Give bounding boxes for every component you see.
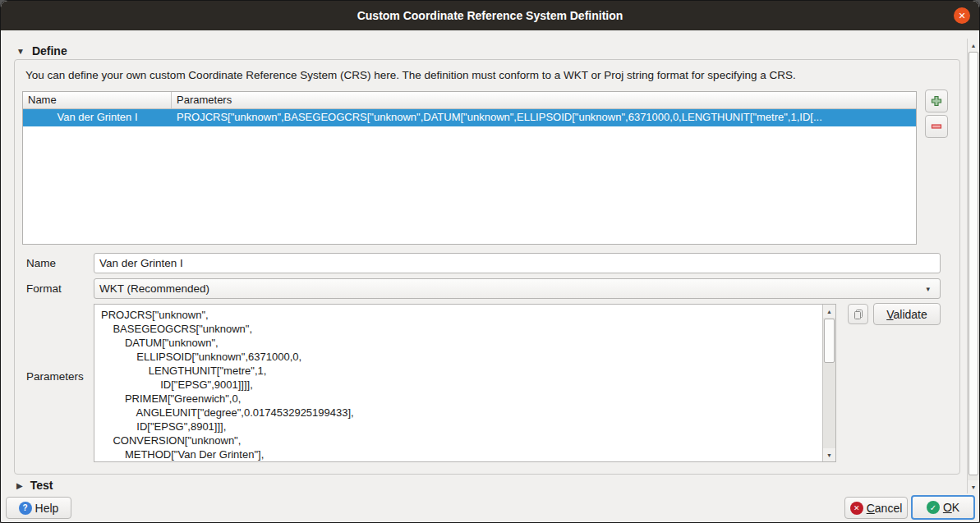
- custom-crs-dialog: Custom Coordinate Reference System Defin…: [0, 0, 980, 523]
- test-section-label: Test: [30, 479, 53, 492]
- cancel-icon: ✕: [850, 502, 863, 515]
- crs-row-parameters[interactable]: PROJCRS["unknown",BASEGEOGCRS["unknown",…: [172, 109, 916, 126]
- crs-table[interactable]: Name Parameters Van der Grinten I PROJCR…: [22, 91, 917, 245]
- scroll-down-icon[interactable]: ▼: [823, 448, 835, 461]
- minus-icon: [930, 120, 943, 133]
- define-section-label: Define: [32, 44, 67, 57]
- table-row[interactable]: Van der Grinten I PROJCRS["unknown",BASE…: [23, 109, 916, 126]
- plus-icon: [930, 94, 943, 108]
- help-icon: ?: [19, 502, 32, 515]
- collapse-arrow-icon[interactable]: ▼: [16, 47, 25, 56]
- parameters-scrollbar[interactable]: ▲ ▼: [822, 305, 835, 461]
- help-button-label: Help: [35, 502, 59, 515]
- column-header-name[interactable]: Name: [23, 92, 172, 108]
- dialog-scroll-up-icon[interactable]: ▲: [968, 39, 979, 52]
- validate-button[interactable]: Validate: [873, 303, 941, 325]
- parameters-editor[interactable]: PROJCRS["unknown", BASEGEOGCRS["unknown"…: [94, 304, 836, 462]
- dialog-scroll-down-icon[interactable]: ▼: [968, 480, 979, 493]
- parameters-field-label: Parameters: [26, 370, 84, 383]
- titlebar[interactable]: Custom Coordinate Reference System Defin…: [1, 1, 979, 30]
- dialog-title: Custom Coordinate Reference System Defin…: [357, 9, 623, 22]
- scroll-up-icon[interactable]: ▲: [823, 305, 835, 318]
- dialog-scrollbar[interactable]: ▲ ▼: [967, 39, 979, 493]
- parameters-wkt-text[interactable]: PROJCRS["unknown", BASEGEOGCRS["unknown"…: [94, 305, 822, 461]
- format-selected-value: WKT (Recommended): [99, 282, 926, 295]
- format-dropdown[interactable]: WKT (Recommended) ▾: [94, 278, 941, 299]
- define-section-header[interactable]: ▼ Define: [16, 44, 67, 57]
- copy-parameters-button[interactable]: [848, 304, 868, 324]
- remove-crs-button[interactable]: [925, 115, 948, 138]
- ok-button[interactable]: ✓ OK: [911, 495, 975, 520]
- help-button[interactable]: ? Help: [6, 497, 71, 519]
- close-icon[interactable]: ✕: [954, 7, 970, 24]
- validate-button-label: Validate: [886, 308, 927, 321]
- copy-icon: [853, 309, 864, 320]
- column-header-parameters[interactable]: Parameters: [172, 92, 916, 108]
- dialog-scrollbar-thumb[interactable]: [968, 52, 978, 475]
- add-crs-button[interactable]: [925, 89, 948, 112]
- cancel-button-label: Cancel: [867, 502, 903, 515]
- ok-icon: ✓: [927, 501, 940, 514]
- name-field-label: Name: [26, 257, 56, 269]
- crs-description-text: You can define your own custom Coordinat…: [25, 69, 796, 81]
- chevron-down-icon: ▾: [926, 285, 930, 293]
- format-field-label: Format: [26, 282, 62, 295]
- crs-table-header: Name Parameters: [23, 92, 916, 109]
- cancel-button[interactable]: ✕ Cancel: [844, 497, 908, 519]
- parameters-scrollbar-thumb[interactable]: [824, 319, 835, 363]
- ok-button-label: OK: [943, 501, 959, 514]
- test-section-header[interactable]: ▶ Test: [16, 479, 53, 492]
- crs-row-name[interactable]: Van der Grinten I: [23, 109, 172, 126]
- expand-arrow-icon[interactable]: ▶: [16, 481, 23, 490]
- name-input[interactable]: [94, 253, 941, 273]
